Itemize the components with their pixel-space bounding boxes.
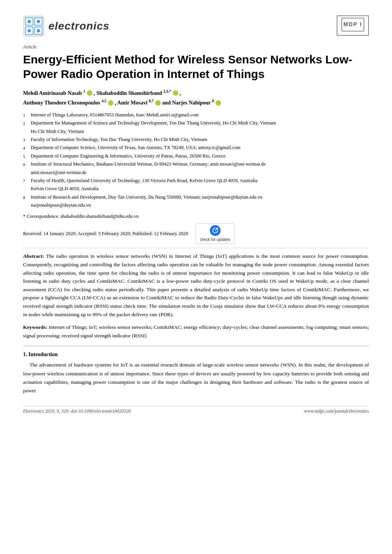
divider-1 [23,248,369,248]
check-updates-circle [210,225,221,236]
keywords-label: Keywords: [23,324,47,330]
affil-num-5: 4 [23,144,29,151]
authors-line: Mehdi Amirinasab Nasab 1 , Shahaboddin S… [23,88,369,108]
affil-8: amir.mosavi@uni-weimar.de [23,169,369,176]
author-separator-2: , [179,90,181,96]
affil-num-10 [23,185,29,192]
affil-num-6: 5 [23,153,29,160]
affil-10: Kelvin Grove QLD 4059, Australia [23,185,369,192]
paper-title: Energy-Efficient Method for Wireless Sen… [23,52,369,81]
footer-doi: doi:10.3390/electronics9020320 [71,408,131,414]
affil-num-11: 8 [23,194,29,201]
footer-url: www.mdpi.com/journal/electronics [304,408,369,414]
header: electronics MDP I [23,15,369,37]
affil-5: 4Department of Computer Science, Univers… [23,144,369,151]
abstract-section: Abstract: The radio operation in wireles… [23,252,369,318]
affil-num-2: 2 [23,119,29,127]
affiliations: 1Internet of Things Laboratory, 65148679… [23,111,369,209]
affil-num-1: 1 [23,111,29,119]
orcid-icon-1 [87,90,92,96]
abstract-text: The radio operation in wireless sensor n… [23,253,369,317]
affil-num-8 [23,169,29,176]
affil-12: narjesnabipour@duytan.edu.vn [23,202,369,209]
intro-title: 1. Introduction [23,352,369,358]
author-mehdi: Mehdi Amirinasab Nasab 1 [23,90,85,96]
affil-num-9: 7 [23,177,29,184]
affil-4: 3Faculty of Information Technology, Ton … [23,136,369,143]
intro-paragraph [23,362,29,368]
orcid-icon-2 [173,90,178,96]
keywords-section: Keywords: Internet of Things; IoT; wirel… [23,323,369,340]
check-updates-label: check for updates [200,237,230,242]
svg-point-8 [37,29,40,32]
author-amir: Amir Mosavi 6,7 [117,100,154,106]
affil-1: 1Internet of Things Laboratory, 65148679… [23,111,369,119]
affil-7: 6Institute of Structural Mechanics, Bauh… [23,161,369,168]
page: electronics MDP I Article Energy-Efficie… [0,0,392,554]
divider-2 [23,346,369,346]
orcid-icon-4 [155,100,161,106]
orcid-icon-3 [108,100,113,106]
received-line: Received: 14 January 2020; Accepted: 3 F… [23,223,369,244]
svg-line-11 [215,228,218,231]
affiliation-list: 1Internet of Things Laboratory, 65148679… [23,111,369,209]
correspondence: * Correspondence: shahaboddin.shamshirba… [23,214,369,219]
affil-num-3 [23,128,29,135]
check-updates-icon [212,227,219,234]
author-anthony: Anthony Theodore Chronopoulos 4,5 [23,100,106,106]
svg-text:MDP I: MDP I [344,21,362,27]
affil-2: 2Department for Management of Science an… [23,119,369,127]
electronics-logo-icon [23,15,45,37]
intro-text: The advancement of hardware systems for … [23,361,369,395]
author-shahaboddin: Shahaboddin Shamshirband 2,3,* [96,90,171,96]
author-narjes: Narjes Nabipour 8 [172,100,214,106]
affil-6: 5Department of Computer Engineering & In… [23,153,369,160]
svg-point-7 [28,29,31,32]
author-separator-4: and [162,100,172,106]
affil-11: 8Institute of Research and Development, … [23,194,369,201]
abstract-label: Abstract: [23,253,44,259]
orcid-icon-5 [216,100,221,106]
affil-num-12 [23,202,29,209]
footer: Electronics 2020, 9, 320; doi:10.3390/el… [23,406,369,414]
received-dates: Received: 14 January 2020; Accepted: 3 F… [23,231,188,237]
check-updates-badge[interactable]: check for updates [196,223,234,244]
affil-num-4: 3 [23,136,29,143]
keywords-text: Internet of Things; IoT; wireless sensor… [23,324,369,338]
footer-journal-italic: Electronics 2020, 9, 320; [23,408,70,414]
mdpi-logo: MDP I [337,15,369,36]
footer-journal-ref: Electronics 2020, 9, 320; doi:10.3390/el… [23,408,131,414]
affil-9: 7Faculty of Health, Queensland Universit… [23,177,369,184]
affil-num-7: 6 [23,161,29,168]
article-type: Article [23,44,369,50]
affil-3: Ho Chi Minh City, Vietnam [23,128,369,135]
svg-point-5 [28,20,31,23]
journal-name: electronics [48,20,110,32]
svg-point-6 [37,20,40,23]
logo-area: electronics [23,15,110,37]
author-separator-1: , [94,90,96,96]
